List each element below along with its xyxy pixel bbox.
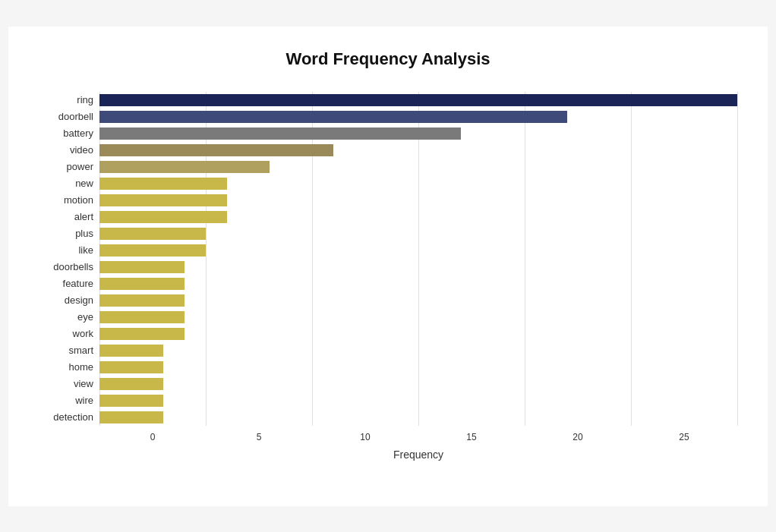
y-label-doorbells: doorbells <box>53 259 93 275</box>
bar-new <box>99 178 227 190</box>
x-tick-0: 0 <box>99 432 206 442</box>
grid-line <box>206 92 207 426</box>
y-label-work: work <box>73 326 93 342</box>
bar-home <box>99 361 163 373</box>
y-label-design: design <box>65 292 93 309</box>
grid-line <box>312 92 313 426</box>
bar-row-doorbell <box>99 109 737 125</box>
y-label-feature: feature <box>63 275 93 292</box>
y-label-detection: detection <box>53 409 93 426</box>
x-tick-10: 10 <box>312 432 418 442</box>
x-tick-5: 5 <box>206 432 312 442</box>
y-label-doorbell: doorbell <box>58 109 93 125</box>
bar-video <box>99 144 333 156</box>
bar-view <box>99 378 163 390</box>
y-label-smart: smart <box>69 342 94 359</box>
y-label-view: view <box>74 376 93 392</box>
x-tick-15: 15 <box>418 432 525 442</box>
bar-battery <box>99 127 461 140</box>
y-label-new: new <box>75 175 93 192</box>
bar-power <box>99 161 270 173</box>
y-label-alert: alert <box>74 209 93 225</box>
bar-row-ring <box>99 92 737 109</box>
y-labels: ringdoorbellbatteryvideopowernewmotional… <box>39 92 99 426</box>
x-ticks: 051015202530 <box>99 432 737 442</box>
grid-line <box>99 92 100 426</box>
bar-ring <box>99 94 737 106</box>
bar-doorbells <box>99 261 185 273</box>
grid-line <box>631 92 632 426</box>
bar-eye <box>99 311 185 323</box>
bar-detection <box>99 411 163 423</box>
bar-wire <box>99 395 163 407</box>
chart-container: Word Frequency Analysis ringdoorbellbatt… <box>8 27 768 506</box>
x-axis-area: 051015202530 Frequency <box>99 432 737 461</box>
bar-alert <box>99 211 227 223</box>
grid-line <box>418 92 419 426</box>
bar-row-battery <box>99 125 737 142</box>
chart-title: Word Frequency Analysis <box>39 49 737 69</box>
y-label-battery: battery <box>63 125 93 142</box>
bar-plus <box>99 228 206 240</box>
bar-design <box>99 294 185 307</box>
bar-smart <box>99 345 163 357</box>
bar-doorbell <box>99 111 567 123</box>
x-tick-25: 25 <box>631 432 737 442</box>
y-label-power: power <box>67 159 93 175</box>
y-label-plus: plus <box>75 225 93 242</box>
x-tick-30: 30 <box>737 432 776 442</box>
bar-motion <box>99 194 227 206</box>
y-label-wire: wire <box>75 392 93 409</box>
bars-section <box>99 92 737 426</box>
bars-inner <box>99 92 737 426</box>
x-axis-label: Frequency <box>99 449 737 461</box>
x-tick-20: 20 <box>525 432 631 442</box>
y-label-home: home <box>68 359 93 376</box>
y-label-video: video <box>70 142 93 159</box>
y-label-eye: eye <box>77 309 93 326</box>
bar-like <box>99 244 206 257</box>
bar-feature <box>99 278 185 290</box>
grid-line <box>737 92 738 426</box>
y-label-motion: motion <box>64 192 93 209</box>
y-label-ring: ring <box>77 92 93 109</box>
bar-work <box>99 328 185 340</box>
grid-line <box>525 92 525 426</box>
y-label-like: like <box>78 242 93 259</box>
